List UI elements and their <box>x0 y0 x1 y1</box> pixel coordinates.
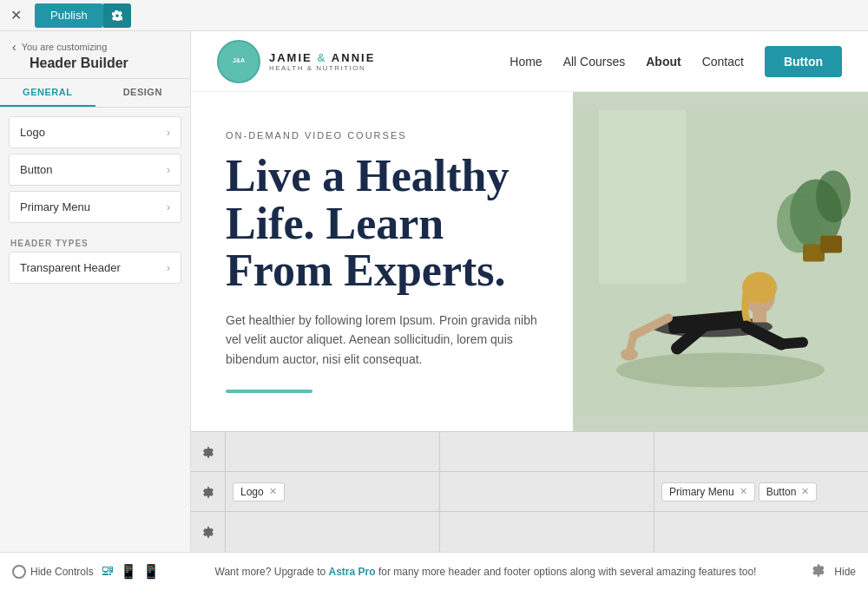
row3-cells <box>226 512 868 552</box>
gear-icon <box>112 10 122 21</box>
device-switcher: 🖳 📱 📱 <box>101 563 160 580</box>
sidebar-items: Logo › Button › Primary Menu › <box>0 108 190 232</box>
row3-cell-left[interactable] <box>226 512 440 552</box>
logo-sub: HEALTH & NUTRITION <box>269 64 375 72</box>
site-header-preview: J&A JAMIE & ANNIE HEALTH & NUTRITION Hom… <box>191 31 868 92</box>
logo-chip-close[interactable]: ✕ <box>269 486 277 497</box>
settings-icon <box>202 486 214 498</box>
nav-all-courses[interactable]: All Courses <box>563 55 626 69</box>
row3-cell-center[interactable] <box>440 512 654 552</box>
bottom-left: Hide Controls 🖳 📱 📱 <box>12 563 160 580</box>
hero-image <box>573 92 868 431</box>
sidebar-item-logo[interactable]: Logo › <box>9 116 181 148</box>
upgrade-message: Want more? Upgrade to Astra Pro for many… <box>160 566 812 578</box>
hide-button[interactable]: Hide <box>834 566 856 578</box>
primary-menu-chip[interactable]: Primary Menu ✕ <box>661 482 755 502</box>
desktop-icon[interactable]: 🖳 <box>101 563 115 580</box>
tab-design[interactable]: DESIGN <box>95 79 191 107</box>
site-logo: J&A JAMIE & ANNIE HEALTH & NUTRITION <box>217 40 375 83</box>
hero-section: ON-DEMAND VIDEO COURSES Live a Healthy L… <box>191 92 868 431</box>
row3-settings-button[interactable] <box>191 512 226 552</box>
settings-icon <box>202 446 214 458</box>
tab-general[interactable]: GENERAL <box>0 79 95 107</box>
svg-point-4 <box>777 193 820 253</box>
bottom-bar: Hide Controls 🖳 📱 📱 Want more? Upgrade t… <box>0 552 868 590</box>
button-chip[interactable]: Button ✕ <box>759 482 818 502</box>
svg-point-7 <box>616 353 825 388</box>
site-nav: Home All Courses About Contact Button <box>510 46 842 77</box>
hero-label: ON-DEMAND VIDEO COURSES <box>226 130 538 141</box>
sidebar-title: Header Builder <box>12 56 178 71</box>
sidebar-item-button[interactable]: Button › <box>9 154 181 186</box>
svg-point-18 <box>621 349 638 361</box>
hero-title: Live a Healthy Life. Learn From Experts. <box>226 153 538 295</box>
settings-icon <box>202 526 214 538</box>
svg-line-16 <box>781 343 803 344</box>
main-layout: ‹ You are customizing Header Builder GEN… <box>0 31 868 552</box>
preview-area: J&A JAMIE & ANNIE HEALTH & NUTRITION Hom… <box>191 31 868 552</box>
mobile-icon[interactable]: 📱 <box>142 563 160 580</box>
logo-circle: J&A <box>217 40 260 83</box>
chevron-right-icon: › <box>167 164 170 176</box>
row2-cell-right[interactable]: Primary Menu ✕ Button ✕ <box>654 472 868 511</box>
bottom-settings-button[interactable] <box>812 563 825 580</box>
sidebar-subtitle: You are customizing <box>22 42 108 52</box>
astra-pro-link[interactable]: Astra Pro <box>329 566 376 578</box>
hero-description: Get healthier by following lorem Ipsum. … <box>226 311 538 369</box>
sidebar-header-top: ‹ You are customizing <box>12 40 178 54</box>
svg-rect-6 <box>820 236 842 253</box>
sidebar: ‹ You are customizing Header Builder GEN… <box>0 31 191 552</box>
sidebar-header: ‹ You are customizing Header Builder <box>0 31 190 79</box>
nav-contact[interactable]: Contact <box>702 55 744 69</box>
nav-home[interactable]: Home <box>510 55 542 69</box>
row1-cell-center[interactable] <box>440 432 654 471</box>
row1-cell-right[interactable] <box>654 432 868 471</box>
sidebar-item-transparent-header[interactable]: Transparent Header › <box>9 252 181 284</box>
svg-rect-1 <box>599 110 686 284</box>
button-chip-close[interactable]: ✕ <box>801 486 809 497</box>
primary-menu-chip-close[interactable]: ✕ <box>740 486 747 497</box>
chevron-right-icon: › <box>167 201 170 213</box>
header-builder: Logo ✕ Primary Menu ✕ Button ✕ <box>191 431 868 552</box>
sidebar-tabs: GENERAL DESIGN <box>0 79 190 108</box>
svg-point-3 <box>816 171 851 223</box>
chevron-right-icon: › <box>167 262 170 274</box>
top-bar: ✕ Publish <box>0 0 868 31</box>
svg-rect-14 <box>753 310 766 323</box>
tablet-icon[interactable]: 📱 <box>120 563 137 580</box>
builder-row-1 <box>191 432 868 472</box>
row1-settings-button[interactable] <box>191 432 226 472</box>
nav-about[interactable]: About <box>646 55 681 69</box>
hide-controls-button[interactable]: Hide Controls <box>12 565 94 579</box>
logo-name: JAMIE & ANNIE <box>269 51 375 64</box>
row2-cell-center[interactable] <box>440 472 654 511</box>
hero-left: ON-DEMAND VIDEO COURSES Live a Healthy L… <box>191 92 573 431</box>
circle-icon <box>12 565 26 579</box>
settings-icon <box>812 563 825 577</box>
builder-row-2: Logo ✕ Primary Menu ✕ Button ✕ <box>191 472 868 512</box>
logo-chip[interactable]: Logo ✕ <box>233 482 285 502</box>
chevron-right-icon: › <box>167 127 170 139</box>
row3-cell-right[interactable] <box>654 512 868 552</box>
row2-settings-button[interactable] <box>191 472 226 512</box>
hero-illustration <box>573 92 868 431</box>
header-types-label: HEADER TYPES <box>0 232 190 252</box>
bottom-right: Hide <box>812 563 856 580</box>
publish-group: Publish <box>31 3 131 28</box>
back-button[interactable]: ‹ <box>12 40 16 54</box>
row1-cell-left[interactable] <box>226 432 440 471</box>
nav-button[interactable]: Button <box>765 46 842 77</box>
close-button[interactable]: ✕ <box>0 0 31 31</box>
row2-cells: Logo ✕ Primary Menu ✕ Button ✕ <box>226 472 868 511</box>
header-types-items: Transparent Header › <box>0 252 190 292</box>
row1-cells <box>226 432 868 471</box>
publish-button[interactable]: Publish <box>35 3 103 28</box>
sidebar-item-primary-menu[interactable]: Primary Menu › <box>9 191 181 223</box>
builder-row-3 <box>191 512 868 552</box>
row2-cell-left[interactable]: Logo ✕ <box>226 472 440 511</box>
publish-settings-button[interactable] <box>103 3 131 28</box>
hero-cta-bar <box>226 390 312 393</box>
logo-text: JAMIE & ANNIE HEALTH & NUTRITION <box>269 51 375 72</box>
